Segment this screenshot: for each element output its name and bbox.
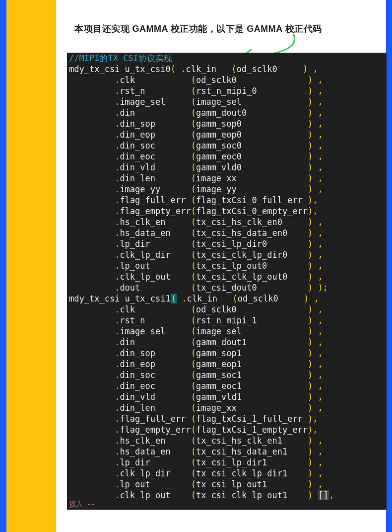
page-outer: 本项目还实现 GAMMA 校正功能，以下是 GAMMA 校正代码 //MIPI的… <box>6 0 386 532</box>
code-content: //MIPI的TX CSI协议实现 mdy_tx_csi u_tx_csi0( … <box>69 53 386 501</box>
left-accent-sidebar <box>6 0 56 532</box>
code-editor[interactable]: //MIPI的TX CSI协议实现 mdy_tx_csi u_tx_csi0( … <box>67 53 387 510</box>
editor-mode-hint: 插入 -- <box>69 499 95 510</box>
gamma-heading: 本项目还实现 GAMMA 校正功能，以下是 GAMMA 校正代码 <box>74 23 322 35</box>
content-area: 本项目还实现 GAMMA 校正功能，以下是 GAMMA 校正代码 //MIPI的… <box>56 0 386 532</box>
